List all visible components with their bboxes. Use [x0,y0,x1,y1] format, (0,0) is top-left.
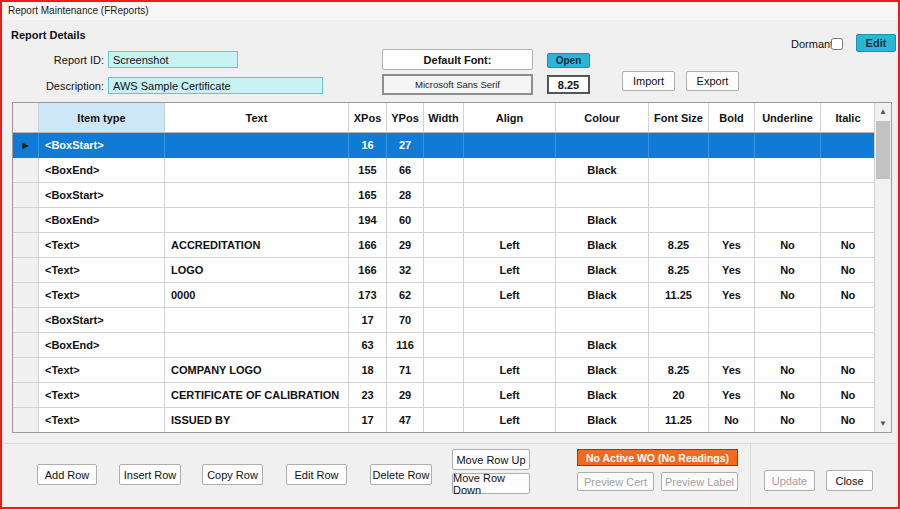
grid-cell[interactable] [424,158,464,183]
grid-cell[interactable]: <Text> [39,283,165,308]
grid-cell[interactable] [165,183,349,208]
grid-cell[interactable] [424,133,464,158]
grid-cell[interactable]: 8.25 [649,258,709,283]
grid-cell[interactable] [464,158,556,183]
grid-cell[interactable]: Left [464,283,556,308]
grid-cell[interactable]: Left [464,358,556,383]
grid-cell[interactable]: No [821,358,876,383]
grid-cell[interactable]: No [755,358,821,383]
grid-cell[interactable]: 173 [349,283,387,308]
grid-cell[interactable]: 60 [387,208,424,233]
grid-cell[interactable] [649,333,709,358]
grid-cell[interactable]: Black [556,158,649,183]
grid-cell[interactable]: Left [464,408,556,433]
grid-cell[interactable]: <BoxStart> [39,183,165,208]
grid-cell[interactable]: 66 [387,158,424,183]
grid-cell[interactable] [709,133,755,158]
report-id-input[interactable] [108,51,238,68]
open-button[interactable]: Open [547,53,590,68]
column-header-width[interactable]: Width [424,103,464,133]
grid-cell[interactable] [821,333,876,358]
grid-cell[interactable]: Yes [709,258,755,283]
copy-row-button[interactable]: Copy Row [202,464,263,485]
row-selector[interactable] [13,183,39,208]
column-header-item-type[interactable]: Item type [39,103,165,133]
grid-row[interactable]: <BoxEnd>19460Black [13,208,876,233]
grid-row[interactable]: <BoxEnd>15566Black [13,158,876,183]
grid-cell[interactable] [464,208,556,233]
grid-cell[interactable]: Black [556,258,649,283]
grid-cell[interactable]: Black [556,208,649,233]
grid-cell[interactable]: 11.25 [649,283,709,308]
row-selector[interactable] [13,258,39,283]
grid-cell[interactable]: <BoxEnd> [39,158,165,183]
grid-cell[interactable]: Left [464,233,556,258]
column-header-text[interactable]: Text [165,103,349,133]
grid-cell[interactable] [755,208,821,233]
grid-cell[interactable] [424,283,464,308]
grid-cell[interactable] [424,258,464,283]
column-header-xpos[interactable]: XPos [349,103,387,133]
grid-cell[interactable]: No [755,258,821,283]
grid-cell[interactable] [649,308,709,333]
grid-cell[interactable]: <Text> [39,258,165,283]
grid-cell[interactable]: No [821,233,876,258]
grid-cell[interactable]: 155 [349,158,387,183]
grid-cell[interactable]: No [755,408,821,433]
row-selector[interactable] [13,233,39,258]
grid-cell[interactable] [821,158,876,183]
grid-row[interactable]: <BoxStart>16528 [13,183,876,208]
grid-cell[interactable]: Black [556,358,649,383]
grid-cell[interactable]: <BoxStart> [39,133,165,158]
grid-corner-cell[interactable] [13,103,39,133]
grid-cell[interactable]: COMPANY LOGO [165,358,349,383]
grid-cell[interactable] [709,183,755,208]
grid-cell[interactable]: Yes [709,283,755,308]
grid-cell[interactable]: 17 [349,408,387,433]
grid-cell[interactable]: <Text> [39,408,165,433]
grid-cell[interactable] [709,158,755,183]
grid-cell[interactable] [821,183,876,208]
column-header-underline[interactable]: Underline [755,103,821,133]
grid-cell[interactable]: <BoxEnd> [39,333,165,358]
grid-cell[interactable]: No [821,258,876,283]
row-selector[interactable] [13,358,39,383]
grid-cell[interactable] [821,308,876,333]
grid-cell[interactable]: No [821,383,876,408]
import-button[interactable]: Import [622,71,675,91]
grid-cell[interactable]: No [821,283,876,308]
grid-cell[interactable]: ACCREDITATION [165,233,349,258]
grid-cell[interactable] [165,133,349,158]
grid-cell[interactable] [755,158,821,183]
grid-cell[interactable]: 17 [349,308,387,333]
grid-cell[interactable] [424,358,464,383]
grid-cell[interactable] [755,308,821,333]
grid-cell[interactable]: 20 [649,383,709,408]
grid-cell[interactable]: 8.25 [649,233,709,258]
grid-cell[interactable]: 8.25 [649,358,709,383]
grid-row[interactable]: <BoxEnd>63116Black [13,333,876,358]
row-selector[interactable] [13,283,39,308]
grid-cell[interactable]: 16 [349,133,387,158]
edit-row-button[interactable]: Edit Row [286,464,347,485]
grid-cell[interactable] [649,133,709,158]
column-header-bold[interactable]: Bold [709,103,755,133]
grid-cell[interactable]: No [755,283,821,308]
grid-cell[interactable]: Left [464,383,556,408]
selected-row-marker-icon[interactable]: ▶ [13,133,39,158]
grid-cell[interactable]: <Text> [39,358,165,383]
move-row-down-button[interactable]: Move Row Down [452,473,530,494]
grid-cell[interactable] [464,133,556,158]
column-header-italic[interactable]: Italic [821,103,876,133]
grid-cell[interactable] [649,183,709,208]
grid-row[interactable]: <Text>ACCREDITATION16629LeftBlack8.25Yes… [13,233,876,258]
grid-cell[interactable]: Left [464,258,556,283]
grid-cell[interactable]: 27 [387,133,424,158]
grid-cell[interactable] [464,308,556,333]
grid-row[interactable]: <Text>CERTIFICATE OF CALIBRATION2329Left… [13,383,876,408]
add-row-button[interactable]: Add Row [37,464,97,485]
grid-cell[interactable] [556,183,649,208]
grid-cell[interactable]: No [821,408,876,433]
grid-cell[interactable] [821,133,876,158]
grid-cell[interactable]: 70 [387,308,424,333]
